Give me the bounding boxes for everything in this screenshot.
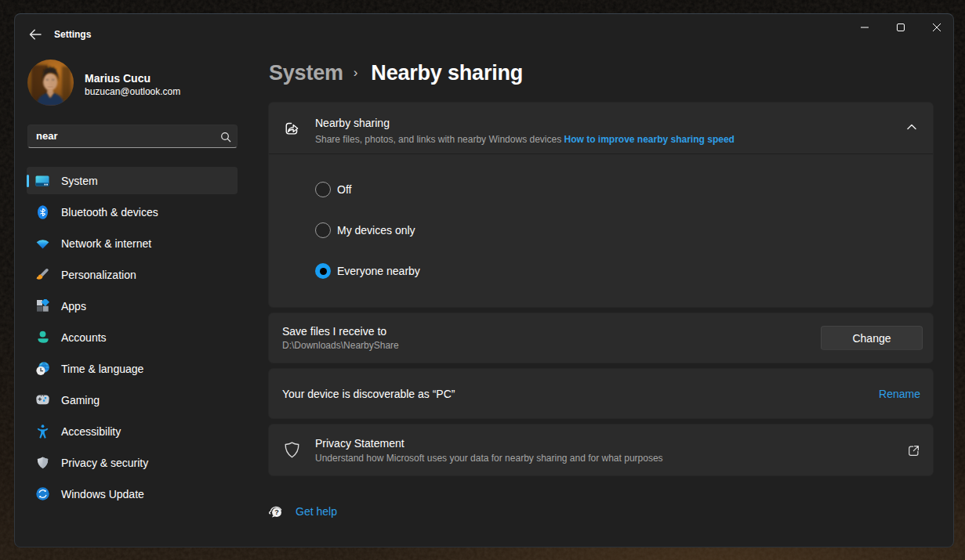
- svg-text:?: ?: [274, 508, 279, 516]
